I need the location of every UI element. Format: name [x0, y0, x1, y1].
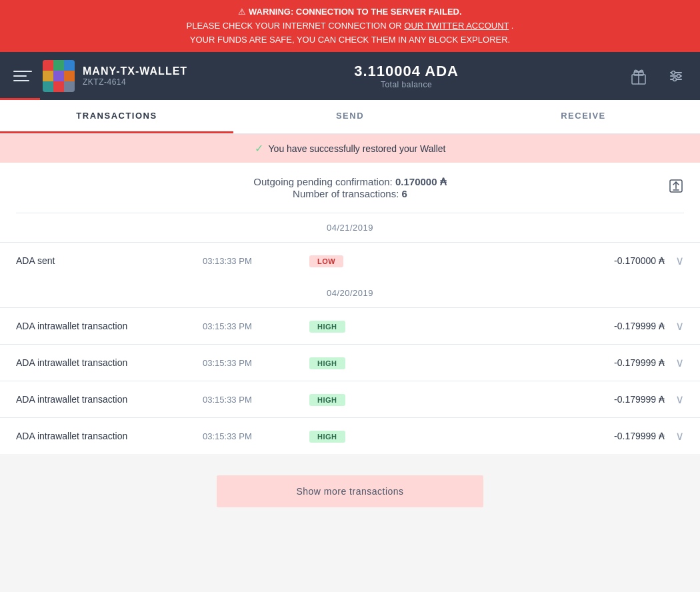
tx-amount: -0.179999 ₳ — [389, 357, 675, 368]
tx-count: 6 — [402, 188, 407, 199]
tab-send[interactable]: SEND — [233, 100, 467, 133]
tx-time: 03:15:33 PM — [203, 395, 309, 405]
warning-banner: ⚠ WARNING: CONNECTION TO THE SERVER FAIL… — [0, 0, 700, 52]
sidebar-indicator — [0, 98, 40, 100]
tx-badge: HIGH — [309, 393, 389, 406]
balance-label: Total balance — [187, 80, 625, 89]
tx-badge: HIGH — [309, 357, 389, 369]
warning-line2-prefix: PLEASE CHECK YOUR INTERNET CONNECTION OR — [187, 21, 405, 31]
twitter-link[interactable]: OUR TWITTER ACCOUNT — [404, 21, 509, 31]
badge-low: LOW — [309, 255, 343, 267]
svg-rect-2 — [64, 60, 75, 71]
badge-high: HIGH — [309, 357, 345, 369]
export-button[interactable] — [668, 178, 684, 198]
tx-name: ADA sent — [16, 255, 203, 266]
svg-rect-4 — [53, 71, 64, 81]
svg-rect-7 — [53, 81, 64, 92]
chevron-down-icon[interactable]: ∨ — [675, 355, 684, 370]
wallet-name: MANY-TX-WALLET — [83, 65, 187, 77]
main-content: Outgoing pending confirmation: 0.170000 … — [0, 163, 700, 454]
transaction-row[interactable]: ADA intrawallet transaction 03:15:33 PM … — [0, 417, 700, 454]
svg-point-16 — [677, 75, 681, 78]
svg-rect-1 — [53, 60, 64, 71]
transaction-row[interactable]: ADA sent 03:13:33 PM LOW -0.170000 ₳ ∨ — [0, 242, 700, 279]
tx-time: 03:13:33 PM — [203, 256, 309, 266]
chevron-down-icon[interactable]: ∨ — [675, 392, 684, 407]
header-left: MANY-TX-WALLET ZKTZ-4614 — [11, 60, 187, 92]
tx-name: ADA intrawallet transaction — [16, 321, 203, 331]
transaction-row[interactable]: ADA intrawallet transaction 03:15:33 PM … — [0, 381, 700, 417]
chevron-down-icon[interactable]: ∨ — [675, 319, 684, 333]
svg-point-15 — [672, 71, 675, 75]
warning-line3: YOUR FUNDS ARE SAFE, YOU CAN CHECK THEM … — [11, 33, 689, 47]
menu-icon[interactable] — [11, 64, 35, 88]
date-header-1: 04/21/2019 — [0, 213, 700, 242]
show-more-container: Show more transactions — [0, 454, 700, 529]
transaction-row[interactable]: ADA intrawallet transaction 03:15:33 PM … — [0, 307, 700, 344]
tx-name: ADA intrawallet transaction — [16, 357, 203, 368]
chevron-down-icon[interactable]: ∨ — [675, 429, 684, 443]
pending-info: Outgoing pending confirmation: 0.170000 … — [0, 163, 700, 213]
header-right — [625, 63, 689, 89]
svg-rect-3 — [43, 71, 53, 81]
tx-amount: -0.170000 ₳ — [389, 255, 675, 266]
warning-title: WARNING: CONNECTION TO THE SERVER FAILED… — [249, 7, 461, 17]
show-more-button[interactable]: Show more transactions — [217, 475, 483, 507]
svg-rect-8 — [64, 81, 75, 92]
rewards-icon-btn[interactable] — [625, 63, 652, 89]
chevron-down-icon[interactable]: ∨ — [675, 253, 684, 268]
header-center: 3.110004 ADA Total balance — [187, 63, 625, 89]
tx-time: 03:15:33 PM — [203, 321, 309, 331]
date-header-2: 04/20/2019 — [0, 279, 700, 307]
success-message: You have successfully restored your Wall… — [269, 143, 446, 154]
balance-amount: 3.110004 ADA — [187, 63, 625, 80]
export-icon — [668, 178, 684, 194]
tx-badge: HIGH — [309, 320, 389, 333]
svg-rect-0 — [43, 60, 53, 71]
tx-name: ADA intrawallet transaction — [16, 431, 203, 441]
check-icon: ✓ — [255, 142, 263, 155]
tx-amount: -0.179999 ₳ — [389, 394, 675, 405]
svg-rect-5 — [64, 71, 75, 81]
wallet-info: MANY-TX-WALLET ZKTZ-4614 — [83, 65, 187, 87]
pending-amount: 0.170000 ₳ — [395, 176, 447, 187]
tx-name: ADA intrawallet transaction — [16, 394, 203, 405]
wallet-avatar — [43, 60, 75, 92]
success-banner: ✓ You have successfully restored your Wa… — [0, 134, 700, 163]
tx-badge: HIGH — [309, 430, 389, 443]
tx-amount: -0.179999 ₳ — [389, 431, 675, 441]
warning-icon: ⚠ — [238, 7, 246, 17]
badge-high: HIGH — [309, 321, 345, 333]
tx-badge: LOW — [309, 255, 389, 267]
badge-high: HIGH — [309, 394, 345, 406]
tab-transactions[interactable]: TRANSACTIONS — [0, 100, 233, 133]
nav-tabs: TRANSACTIONS SEND RECEIVE — [0, 100, 700, 134]
badge-high: HIGH — [309, 431, 345, 443]
tx-time: 03:15:33 PM — [203, 358, 309, 368]
settings-icon-btn[interactable] — [663, 63, 689, 89]
svg-point-17 — [673, 78, 677, 81]
rewards-icon — [629, 67, 648, 85]
settings-icon — [667, 67, 685, 85]
tx-time: 03:15:33 PM — [203, 431, 309, 441]
avatar-image — [43, 60, 75, 92]
header: MANY-TX-WALLET ZKTZ-4614 3.110004 ADA To… — [0, 52, 700, 100]
pending-label: Outgoing pending confirmation: — [253, 176, 392, 187]
tx-count-label: Number of transactions: — [293, 188, 399, 199]
wallet-id: ZKTZ-4614 — [83, 77, 187, 87]
tab-receive[interactable]: RECEIVE — [467, 100, 700, 133]
transaction-row[interactable]: ADA intrawallet transaction 03:15:33 PM … — [0, 344, 700, 381]
warning-line2-suffix: . — [511, 21, 514, 31]
tx-amount: -0.179999 ₳ — [389, 321, 675, 331]
svg-rect-6 — [43, 81, 53, 92]
